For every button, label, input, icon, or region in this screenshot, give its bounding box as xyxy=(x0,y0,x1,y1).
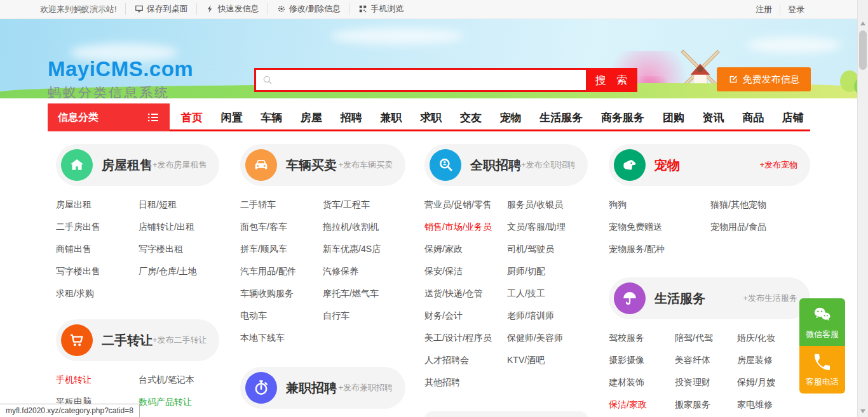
block-header-fulltime[interactable]: 全职招聘+发布全职招聘 xyxy=(424,144,588,186)
category-link[interactable]: 日租/短租 xyxy=(139,199,219,211)
category-link[interactable]: 美容纤体 xyxy=(675,355,737,366)
category-link[interactable]: 车辆收购服务 xyxy=(240,288,323,300)
category-link[interactable]: 人才招聘会 xyxy=(424,355,507,366)
category-link[interactable]: 营业员/促销/零售 xyxy=(424,199,507,211)
wechat-support-button[interactable]: 微信客服 xyxy=(799,298,845,346)
category-link[interactable]: 宠物用品/食品 xyxy=(710,222,810,233)
nav-item-12[interactable]: 资讯 xyxy=(702,110,724,125)
category-link[interactable]: 宠物免费赠送 xyxy=(609,222,710,233)
block-title[interactable]: 二手转让 xyxy=(102,332,153,349)
login-link[interactable]: 登录 xyxy=(780,4,804,15)
phone-support-button[interactable]: 客服电话 xyxy=(799,346,845,394)
category-link[interactable]: 拖拉机/收割机 xyxy=(323,222,405,233)
category-link[interactable]: 陪驾/代驾 xyxy=(675,333,737,344)
block-publish-link[interactable]: +发布宠物 xyxy=(759,159,797,171)
nav-item-14[interactable]: 店铺 xyxy=(782,110,804,125)
category-link[interactable]: 新车优惠/4S店 xyxy=(323,244,405,255)
category-link[interactable]: 自行车 xyxy=(323,310,405,322)
publish-button[interactable]: 免费发布信息 xyxy=(717,67,811,91)
category-link[interactable]: 保安/保洁 xyxy=(424,266,507,277)
search-input[interactable] xyxy=(254,68,588,92)
site-logo[interactable]: MayiCMS.com 蚂蚁分类信息系统 xyxy=(48,57,193,98)
block-title[interactable]: 兼职招聘 xyxy=(286,380,337,397)
block-title[interactable]: 宠物 xyxy=(654,157,680,174)
nav-item-1[interactable]: 闲置 xyxy=(221,110,243,125)
category-link[interactable]: 文员/客服/助理 xyxy=(507,222,588,233)
block-header-car[interactable]: 车辆买卖+发布车辆买卖 xyxy=(240,144,405,186)
nav-item-5[interactable]: 兼职 xyxy=(381,110,402,125)
block-publish-link[interactable]: +发布兼职招聘 xyxy=(338,382,393,394)
category-link[interactable]: 写字楼出售 xyxy=(56,266,139,277)
nav-item-8[interactable]: 宠物 xyxy=(500,110,522,125)
category-link[interactable]: 二手轿车 xyxy=(240,199,323,211)
category-link[interactable]: 家电维修 xyxy=(737,399,810,411)
category-link[interactable]: 保姆/家政 xyxy=(424,244,507,255)
category-link[interactable]: 电动车 xyxy=(240,310,323,322)
nav-item-2[interactable]: 车辆 xyxy=(261,110,282,125)
category-menu-button[interactable]: 信息分类 xyxy=(48,103,170,131)
category-link[interactable]: 厨师/切配 xyxy=(507,266,588,277)
category-link[interactable]: 其他招聘 xyxy=(424,377,507,388)
category-link[interactable]: 驾校服务 xyxy=(609,333,675,344)
category-link[interactable]: 店铺转让/出租 xyxy=(139,222,219,233)
nav-item-13[interactable]: 商品 xyxy=(742,110,764,125)
block-header-house[interactable]: 房屋租售+发布房屋租售 xyxy=(56,144,219,186)
category-link[interactable]: 汽车用品/配件 xyxy=(240,266,323,277)
category-link[interactable]: 求租/求购 xyxy=(56,288,139,300)
scrollbar-thumb[interactable] xyxy=(859,30,867,70)
category-link[interactable]: 货车/工程车 xyxy=(323,199,405,211)
nav-item-0[interactable]: 首页 xyxy=(181,110,203,125)
category-link[interactable]: 保健师/美容师 xyxy=(507,333,588,344)
register-link[interactable]: 注册 xyxy=(756,4,772,15)
category-link[interactable]: 本地下线车 xyxy=(240,333,323,344)
scroll-up-arrow[interactable] xyxy=(860,22,865,25)
nav-item-11[interactable]: 团购 xyxy=(663,110,684,125)
category-link[interactable]: 房屋出租 xyxy=(56,199,139,211)
nav-item-9[interactable]: 生活服务 xyxy=(539,110,583,125)
block-publish-link[interactable]: +发布房屋租售 xyxy=(153,159,207,171)
block-publish-link[interactable]: +发布全职招聘 xyxy=(521,159,576,171)
category-link[interactable]: 宠物服务/配种 xyxy=(609,244,710,255)
category-link[interactable]: 保洁/家政 xyxy=(609,399,675,411)
category-link[interactable]: 写字楼出租 xyxy=(139,244,219,255)
category-link[interactable]: 摩托车/燃气车 xyxy=(323,288,405,300)
block-publish-link[interactable]: +发布车辆买卖 xyxy=(338,159,393,171)
category-link[interactable]: 猫猫/其他宠物 xyxy=(710,199,810,211)
category-link[interactable]: 建材装饰 xyxy=(609,377,675,388)
scrollbar[interactable] xyxy=(857,0,868,417)
search-button[interactable]: 搜 索 xyxy=(588,68,637,92)
topbar-link-2[interactable]: 修改/删除信息 xyxy=(268,3,341,15)
category-link[interactable]: 美工/设计/程序员 xyxy=(424,333,507,344)
block-publish-link[interactable]: +发布二手转让 xyxy=(153,334,207,346)
category-link[interactable]: 搬家服务 xyxy=(675,399,737,411)
category-link[interactable]: 狗狗 xyxy=(609,199,710,211)
block-publish-link[interactable]: +发布生活服务 xyxy=(743,293,797,304)
nav-item-3[interactable]: 房屋 xyxy=(301,110,322,125)
category-link[interactable]: 商铺出售 xyxy=(56,244,139,255)
block-header-pet[interactable]: 宠物+发布宠物 xyxy=(609,144,810,186)
block-header-parttime[interactable]: 兼职招聘+发布兼职招聘 xyxy=(240,367,405,409)
category-link[interactable]: 司机/驾驶员 xyxy=(507,244,588,255)
block-header-life[interactable]: 生活服务+发布生活服务 xyxy=(609,277,810,319)
category-link[interactable]: 台式机/笔记本 xyxy=(139,374,219,386)
block-title[interactable]: 房屋租售 xyxy=(102,157,153,174)
block-title[interactable]: 全职招聘 xyxy=(470,157,521,174)
topbar-link-1[interactable]: 快速发信息 xyxy=(196,3,259,15)
block-title[interactable]: 生活服务 xyxy=(654,290,705,307)
topbar-link-3[interactable]: 手机浏览 xyxy=(349,3,403,15)
category-link[interactable]: 摄影摄像 xyxy=(609,355,675,366)
nav-item-4[interactable]: 招聘 xyxy=(341,110,362,125)
category-link[interactable]: 拼车/顺风车 xyxy=(240,244,323,255)
nav-item-10[interactable]: 商务服务 xyxy=(601,110,644,125)
category-link[interactable]: 二手房出售 xyxy=(56,222,139,233)
category-link[interactable]: 数码产品转让 xyxy=(139,397,219,408)
block-header-secondhand[interactable]: 二手转让+发布二手转让 xyxy=(56,319,219,361)
scroll-down-arrow[interactable] xyxy=(860,409,865,413)
nav-item-7[interactable]: 交友 xyxy=(460,110,482,125)
category-link[interactable]: 手机转让 xyxy=(56,374,139,386)
nav-item-6[interactable]: 求职 xyxy=(420,110,442,125)
category-link[interactable]: 服务员/收银员 xyxy=(507,199,588,211)
block-title[interactable]: 车辆买卖 xyxy=(286,157,337,174)
category-link[interactable]: 投资理财 xyxy=(675,377,737,388)
category-link[interactable]: 销售/市场/业务员 xyxy=(424,222,507,233)
